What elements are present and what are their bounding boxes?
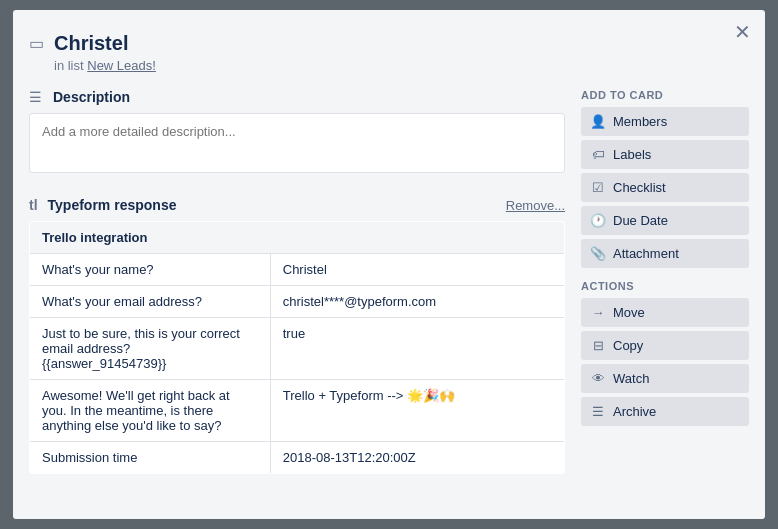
action-btn-label: Copy [613, 338, 643, 353]
action-btn-label: Archive [613, 404, 656, 419]
typeform-title: Typeform response [48, 197, 177, 213]
typeform-icon: tl [29, 197, 38, 213]
card-modal: ✕ ▭ Christel in list New Leads! ☰ Descr [13, 10, 765, 519]
attachment-icon: 📎 [591, 246, 605, 261]
labels-icon: 🏷 [591, 147, 605, 162]
typeform-title-row: tl Typeform response [29, 197, 176, 213]
sidebar-btn-label: Checklist [613, 180, 666, 195]
card-list-info: in list New Leads! [54, 58, 156, 73]
members-icon: 👤 [591, 114, 605, 129]
table-answer: 2018-08-13T12:20:00Z [270, 442, 564, 474]
sidebar-btn-due-date[interactable]: 🕐Due Date [581, 206, 749, 235]
main-content: ☰ Description tl Typeform response Remov… [29, 89, 565, 503]
description-section: ☰ Description [29, 89, 565, 177]
archive-icon: ☰ [591, 404, 605, 419]
modal-body: ☰ Description tl Typeform response Remov… [29, 89, 749, 503]
actions-title: ACTIONS [581, 280, 749, 292]
list-link[interactable]: New Leads! [87, 58, 156, 73]
checklist-icon: ☑ [591, 180, 605, 195]
copy-icon: ⊟ [591, 338, 605, 353]
sidebar-btn-label: Labels [613, 147, 651, 162]
sidebar-btn-attachment[interactable]: 📎Attachment [581, 239, 749, 268]
sidebar-btn-label: Due Date [613, 213, 668, 228]
action-btn-copy[interactable]: ⊟Copy [581, 331, 749, 360]
typeform-table: Trello integration What's your name? Chr… [29, 221, 565, 474]
table-answer: Christel [270, 254, 564, 286]
card-icon: ▭ [29, 34, 44, 53]
modal-header: ▭ Christel in list New Leads! [29, 30, 749, 73]
table-row: What's your name? Christel [30, 254, 565, 286]
action-btn-label: Move [613, 305, 645, 320]
action-buttons-container: →Move⊟Copy👁Watch☰Archive [581, 298, 749, 426]
table-question: What's your email address? [30, 286, 271, 318]
remove-button[interactable]: Remove... [506, 198, 565, 213]
add-to-card-title: ADD TO CARD [581, 89, 749, 101]
typeform-section: tl Typeform response Remove... Trello in… [29, 197, 565, 474]
add-buttons-container: 👤Members🏷Labels☑Checklist🕐Due Date📎Attac… [581, 107, 749, 268]
action-btn-watch[interactable]: 👁Watch [581, 364, 749, 393]
table-row: Just to be sure, this is your correct em… [30, 318, 565, 380]
move-icon: → [591, 305, 605, 320]
sidebar-btn-members[interactable]: 👤Members [581, 107, 749, 136]
table-row: What's your email address? christel****@… [30, 286, 565, 318]
table-question: Submission time [30, 442, 271, 474]
sidebar: ADD TO CARD 👤Members🏷Labels☑Checklist🕐Du… [581, 89, 749, 503]
table-row: Submission time 2018-08-13T12:20:00Z [30, 442, 565, 474]
close-button[interactable]: ✕ [728, 18, 757, 46]
description-header: ☰ Description [29, 89, 565, 105]
description-icon: ☰ [29, 89, 45, 105]
table-answer: Trello + Typeform --> 🌟🎉🙌 [270, 380, 564, 442]
action-btn-label: Watch [613, 371, 649, 386]
modal-overlay: ✕ ▭ Christel in list New Leads! ☰ Descr [0, 0, 778, 529]
table-question: What's your name? [30, 254, 271, 286]
sidebar-btn-label: Attachment [613, 246, 679, 261]
card-title: Christel [54, 30, 156, 56]
description-input[interactable] [29, 113, 565, 173]
description-title: Description [53, 89, 130, 105]
header-content: Christel in list New Leads! [54, 30, 156, 73]
typeform-header: tl Typeform response Remove... [29, 197, 565, 213]
table-row: Awesome! We'll get right back at you. In… [30, 380, 565, 442]
sidebar-btn-checklist[interactable]: ☑Checklist [581, 173, 749, 202]
table-question: Awesome! We'll get right back at you. In… [30, 380, 271, 442]
table-answer: true [270, 318, 564, 380]
sidebar-btn-label: Members [613, 114, 667, 129]
action-btn-archive[interactable]: ☰Archive [581, 397, 749, 426]
table-question: Just to be sure, this is your correct em… [30, 318, 271, 380]
table-answer: christel****@typeform.com [270, 286, 564, 318]
due-date-icon: 🕐 [591, 213, 605, 228]
watch-icon: 👁 [591, 371, 605, 386]
sidebar-btn-labels[interactable]: 🏷Labels [581, 140, 749, 169]
table-header: Trello integration [30, 222, 565, 254]
action-btn-move[interactable]: →Move [581, 298, 749, 327]
